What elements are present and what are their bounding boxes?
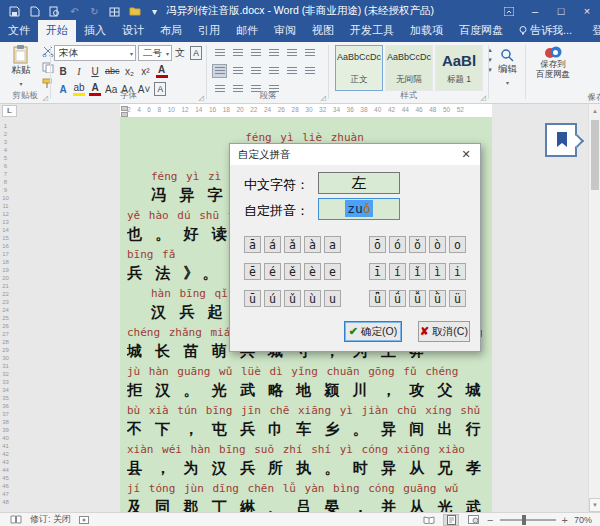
tone-button[interactable]: ē bbox=[244, 263, 261, 280]
tone-button[interactable]: ú bbox=[264, 290, 281, 307]
line-spacing-button[interactable] bbox=[284, 64, 299, 78]
tab-stop-selector[interactable]: L bbox=[2, 105, 17, 117]
increase-indent-button[interactable] bbox=[284, 46, 299, 60]
tone-button[interactable]: ī bbox=[369, 263, 386, 280]
bookmark-callout[interactable] bbox=[545, 123, 577, 157]
tone-button[interactable]: ó bbox=[389, 236, 406, 253]
dialog-close-icon[interactable]: ✕ bbox=[452, 148, 480, 161]
scrollbar-thumb[interactable] bbox=[591, 120, 599, 190]
italic-button[interactable]: I bbox=[73, 64, 85, 78]
style-no-spacing[interactable]: AaBbCcDc无间隔 bbox=[385, 45, 433, 91]
font-name-select[interactable]: 宋体▾ bbox=[54, 45, 136, 61]
close-button[interactable]: × bbox=[574, 0, 600, 22]
tone-button[interactable]: ǚ bbox=[409, 290, 426, 307]
tone-button[interactable]: à bbox=[304, 236, 321, 253]
new-document-icon[interactable] bbox=[28, 5, 41, 18]
bullets-button[interactable] bbox=[212, 46, 227, 60]
tone-button[interactable]: è bbox=[304, 263, 321, 280]
paragraph-dialog-launcher[interactable]: ◿ bbox=[321, 94, 326, 101]
font-size-select[interactable]: 二号▾ bbox=[138, 45, 172, 61]
web-layout-button[interactable] bbox=[465, 514, 481, 526]
tone-button[interactable]: i bbox=[449, 263, 466, 280]
character-border-button[interactable]: A bbox=[190, 46, 202, 60]
sign-in-button[interactable]: 登录 bbox=[584, 20, 600, 42]
tone-button[interactable]: ǖ bbox=[369, 290, 386, 307]
zoom-level[interactable]: 70% bbox=[574, 515, 592, 525]
custom-pinyin-field[interactable]: zuǒ bbox=[318, 198, 400, 220]
print-preview-icon[interactable] bbox=[48, 5, 61, 18]
align-justify-button[interactable] bbox=[212, 64, 227, 78]
tab-review[interactable]: 审阅 bbox=[266, 20, 304, 42]
strikethrough-button[interactable]: abc bbox=[105, 64, 120, 78]
tab-developer[interactable]: 开发工具 bbox=[342, 20, 402, 42]
tone-button[interactable]: ū bbox=[244, 290, 261, 307]
read-mode-button[interactable] bbox=[421, 514, 437, 526]
tone-button[interactable]: u bbox=[324, 290, 341, 307]
phonetic-guide-button[interactable]: 文 bbox=[174, 46, 186, 60]
chinese-char-field[interactable]: 左 bbox=[318, 172, 400, 194]
multilevel-list-button[interactable] bbox=[248, 46, 263, 60]
baidu-netdisk-icon[interactable] bbox=[544, 45, 562, 59]
tone-button[interactable]: ü bbox=[449, 290, 466, 307]
ok-button[interactable]: ✔确定(O) bbox=[344, 321, 402, 342]
tone-button[interactable]: ù bbox=[304, 290, 321, 307]
undo-icon[interactable]: ↶ bbox=[68, 5, 81, 18]
grid-settings-button[interactable] bbox=[302, 64, 317, 78]
style-normal[interactable]: AaBbCcDc正文 bbox=[335, 45, 383, 91]
tab-baidu-netdisk[interactable]: 百度网盘 bbox=[451, 20, 511, 42]
paste-button[interactable]: 粘贴▾ bbox=[4, 45, 38, 93]
print-layout-button[interactable] bbox=[443, 514, 459, 526]
scroll-up-icon[interactable]: ▲ bbox=[589, 104, 600, 118]
tab-mailings[interactable]: 邮件 bbox=[228, 20, 266, 42]
tell-me-button[interactable]: 告诉我... bbox=[511, 20, 580, 42]
proofing-book-icon[interactable] bbox=[10, 515, 22, 524]
tone-button[interactable]: ě bbox=[284, 263, 301, 280]
minimize-button[interactable]: – bbox=[522, 0, 548, 22]
bold-button[interactable]: B bbox=[57, 64, 69, 78]
tone-button[interactable]: ǘ bbox=[389, 290, 406, 307]
style-heading-1[interactable]: AaBl标题 1 bbox=[435, 45, 483, 91]
tab-layout[interactable]: 布局 bbox=[152, 20, 190, 42]
tab-references[interactable]: 引用 bbox=[190, 20, 228, 42]
tone-button[interactable]: e bbox=[324, 263, 341, 280]
tone-button[interactable]: ǒ bbox=[409, 236, 426, 253]
open-folder-icon[interactable] bbox=[128, 5, 141, 18]
decrease-indent-button[interactable] bbox=[266, 46, 281, 60]
zoom-slider-thumb[interactable] bbox=[522, 515, 526, 525]
qat-customize-icon[interactable]: ▾ bbox=[148, 5, 161, 18]
clipboard-dialog-launcher[interactable]: ◿ bbox=[43, 94, 48, 101]
tone-button[interactable]: ǜ bbox=[429, 290, 446, 307]
collapse-ribbon-icon[interactable]: ∧ bbox=[588, 92, 594, 101]
tone-button[interactable]: ā bbox=[244, 236, 261, 253]
numbering-button[interactable] bbox=[230, 46, 245, 60]
redo-icon[interactable]: ↻ bbox=[88, 5, 101, 18]
align-center-button[interactable] bbox=[230, 64, 245, 78]
zoom-in-button[interactable]: + bbox=[562, 514, 568, 526]
scroll-down-icon[interactable]: ▼ bbox=[589, 498, 600, 512]
subscript-button[interactable]: x₂ bbox=[124, 64, 136, 78]
superscript-button[interactable]: x² bbox=[140, 64, 152, 78]
font-dialog-launcher[interactable]: ◿ bbox=[199, 94, 204, 101]
tone-button[interactable]: ò bbox=[429, 236, 446, 253]
vertical-scrollbar[interactable]: ▲ ▼ bbox=[588, 104, 600, 512]
tone-button[interactable]: á bbox=[264, 236, 281, 253]
left-indent-marker[interactable] bbox=[121, 112, 128, 117]
tab-addins[interactable]: 加载项 bbox=[402, 20, 451, 42]
clear-formatting-button[interactable]: A bbox=[156, 64, 168, 78]
tone-button[interactable]: í bbox=[389, 263, 406, 280]
maximize-button[interactable]: □ bbox=[548, 0, 574, 22]
ribbon-display-options-button[interactable] bbox=[496, 0, 522, 22]
tab-view[interactable]: 视图 bbox=[304, 20, 342, 42]
tab-design[interactable]: 设计 bbox=[114, 20, 152, 42]
zoom-out-button[interactable]: − bbox=[487, 514, 493, 526]
tab-insert[interactable]: 插入 bbox=[76, 20, 114, 42]
distribute-button[interactable] bbox=[266, 64, 281, 78]
tone-button[interactable]: ǔ bbox=[284, 290, 301, 307]
tone-button[interactable]: ō bbox=[369, 236, 386, 253]
tone-button[interactable]: ǎ bbox=[284, 236, 301, 253]
draw-table-icon[interactable] bbox=[108, 5, 121, 18]
asian-layout-button[interactable] bbox=[302, 46, 317, 60]
align-right-button[interactable] bbox=[248, 64, 263, 78]
editing-button[interactable]: 编辑▾ bbox=[490, 42, 525, 103]
styles-dialog-launcher[interactable]: ◿ bbox=[481, 94, 486, 101]
